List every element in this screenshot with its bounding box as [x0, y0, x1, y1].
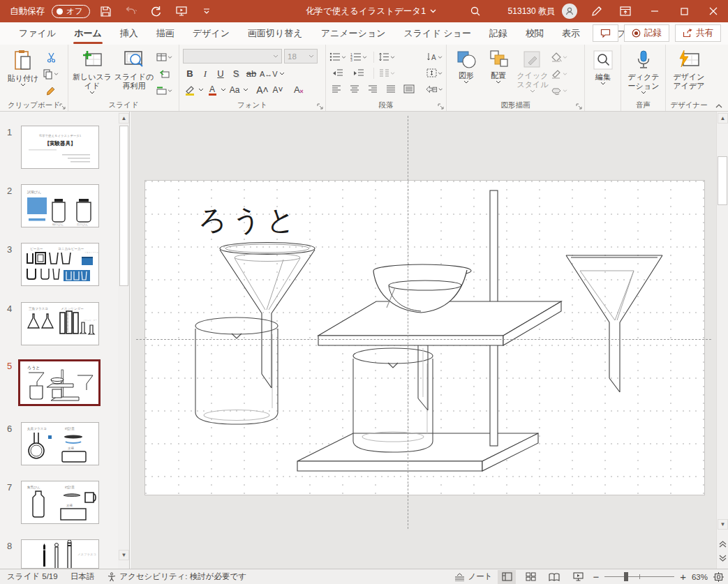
font-color-chevron-icon[interactable] [221, 88, 226, 91]
zoom-in-icon[interactable]: + [680, 571, 686, 583]
tab-draw[interactable]: 描画 [147, 23, 184, 45]
reading-view-button[interactable] [545, 570, 563, 584]
editor-scrollbar-thumb[interactable] [718, 156, 727, 205]
search-icon[interactable] [466, 3, 484, 20]
columns-icon[interactable] [378, 66, 395, 80]
line-spacing-icon[interactable] [378, 50, 395, 64]
scroll-up-icon[interactable]: ▲ [718, 113, 728, 123]
next-slide-icon[interactable] [718, 553, 728, 563]
fit-slide-to-window-icon[interactable] [713, 572, 724, 582]
previous-slide-icon[interactable] [718, 539, 728, 549]
start-slideshow-icon[interactable] [172, 3, 191, 20]
scroll-down-icon[interactable]: ▼ [718, 519, 728, 530]
bold-button[interactable]: B [183, 67, 197, 81]
slide-canvas[interactable]: ろうと [144, 180, 705, 495]
comments-button[interactable] [593, 24, 618, 42]
shape-effects-icon[interactable] [551, 84, 567, 98]
undo-icon[interactable] [122, 3, 140, 20]
slide-sorter-view-button[interactable] [521, 570, 540, 584]
font-dialog-launcher-icon[interactable] [317, 103, 323, 110]
avatar[interactable] [562, 3, 577, 19]
layout-icon[interactable] [156, 50, 172, 64]
zoom-slider[interactable] [604, 570, 674, 584]
highlight-chevron-icon[interactable] [198, 88, 204, 91]
new-slide-button[interactable]: 新しいスライド [72, 47, 112, 98]
accessibility-indicator[interactable]: アクセシビリティ: 検討が必要です [107, 571, 246, 582]
quick-access-chevron-icon[interactable] [198, 3, 216, 20]
maximize-button[interactable] [669, 0, 699, 22]
ribbon-display-options-icon[interactable] [611, 0, 640, 22]
thumbnail-slide-5-selected[interactable]: 5 ろうと [21, 359, 105, 406]
zoom-out-icon[interactable]: − [593, 571, 599, 583]
zoom-slider-knob[interactable] [624, 572, 628, 581]
notes-button[interactable]: ノート [454, 571, 492, 582]
normal-view-button[interactable] [498, 570, 516, 584]
highlight-pen-button[interactable] [183, 83, 197, 97]
char-spacing-chevron-icon[interactable] [279, 72, 285, 75]
editing-button[interactable]: 編集 [588, 47, 618, 85]
font-color-button[interactable]: A [205, 83, 219, 97]
tab-design[interactable]: デザイン [184, 23, 239, 45]
ink-pen-icon[interactable] [587, 3, 605, 20]
copy-icon[interactable] [43, 67, 59, 81]
user-name[interactable]: 513130 教員 [508, 6, 555, 17]
justify-icon[interactable] [385, 82, 398, 96]
editor-scrollbar[interactable]: ▲ ▼ [716, 112, 728, 569]
font-size-combo[interactable]: 18 [284, 49, 318, 63]
tab-review[interactable]: 校閲 [517, 23, 553, 45]
format-painter-icon[interactable] [43, 84, 59, 98]
redo-icon[interactable] [147, 3, 165, 20]
align-left-icon[interactable] [329, 82, 343, 96]
section-icon[interactable] [156, 84, 172, 98]
zoom-level[interactable]: 63% [692, 573, 708, 581]
font-name-combo[interactable] [183, 49, 282, 63]
thumb-scroll-down-icon[interactable]: ▼ [119, 550, 129, 560]
slide-indicator[interactable]: スライド 5/19 [7, 571, 58, 582]
shape-outline-icon[interactable] [551, 67, 567, 81]
slideshow-view-button[interactable] [569, 570, 587, 584]
change-case-button[interactable]: Aa [228, 83, 242, 97]
thumb-scrollbar-thumb[interactable] [119, 126, 128, 286]
share-button[interactable]: 共有 [675, 24, 721, 42]
align-text-vertical-icon[interactable] [426, 66, 443, 80]
reset-icon[interactable] [156, 67, 172, 81]
text-shadow-button[interactable]: S [229, 67, 243, 81]
save-icon[interactable] [97, 3, 115, 20]
decrease-font-button[interactable]: A˅ [271, 83, 285, 97]
bullets-icon[interactable] [329, 50, 346, 64]
autosave-toggle[interactable]: オフ [52, 5, 90, 18]
thumb-scroll-up-icon[interactable]: ▲ [119, 113, 129, 123]
thumbnail-slide-2[interactable]: 2 試薬びん 細口びん 広口びん [21, 184, 105, 227]
convert-smartart-icon[interactable] [426, 82, 443, 96]
change-case-chevron-icon[interactable] [243, 88, 248, 91]
thumbnail-slide-8[interactable]: 8 メスフラスコ [21, 539, 105, 569]
decrease-indent-icon[interactable] [329, 66, 346, 80]
shapes-button[interactable]: 図形 [450, 47, 482, 98]
dictate-button[interactable]: ディクテーション [625, 47, 662, 94]
distribute-text-icon[interactable] [403, 82, 416, 96]
reuse-slides-button[interactable]: スライドの再利用 [112, 47, 156, 98]
arrange-button[interactable]: 配置 [482, 47, 514, 98]
character-spacing-button[interactable]: A↔V [260, 67, 278, 81]
minimize-button[interactable] [640, 0, 669, 22]
clear-formatting-button[interactable]: A [292, 83, 306, 97]
numbering-icon[interactable]: 123 [350, 50, 367, 64]
tab-insert[interactable]: 挿入 [111, 23, 147, 45]
increase-font-button[interactable]: A˄ [255, 83, 269, 97]
thumbnail-scrollbar[interactable]: ▲ ▼ [118, 112, 129, 569]
record-button[interactable]: 記録 [624, 24, 669, 42]
paragraph-dialog-launcher-icon[interactable] [438, 103, 444, 110]
clipboard-dialog-launcher-icon[interactable] [59, 103, 66, 110]
italic-button[interactable]: I [198, 67, 212, 81]
thumbnail-slide-7[interactable]: 7 集気びん 時計皿 水槽 [21, 481, 105, 524]
tab-record[interactable]: 記録 [480, 23, 517, 45]
collapse-ribbon-icon[interactable] [715, 104, 722, 108]
tab-transitions[interactable]: 画面切り替え [239, 23, 312, 45]
document-title[interactable]: 化学で使えるイラストデータ1 [306, 6, 426, 17]
tab-animations[interactable]: アニメーション [312, 23, 395, 45]
tab-view[interactable]: 表示 [553, 23, 589, 45]
underline-button[interactable]: U [214, 67, 228, 81]
paste-button[interactable]: 貼り付け [3, 47, 43, 98]
tab-file[interactable]: ファイル [10, 23, 65, 45]
increase-indent-icon[interactable] [350, 66, 367, 80]
